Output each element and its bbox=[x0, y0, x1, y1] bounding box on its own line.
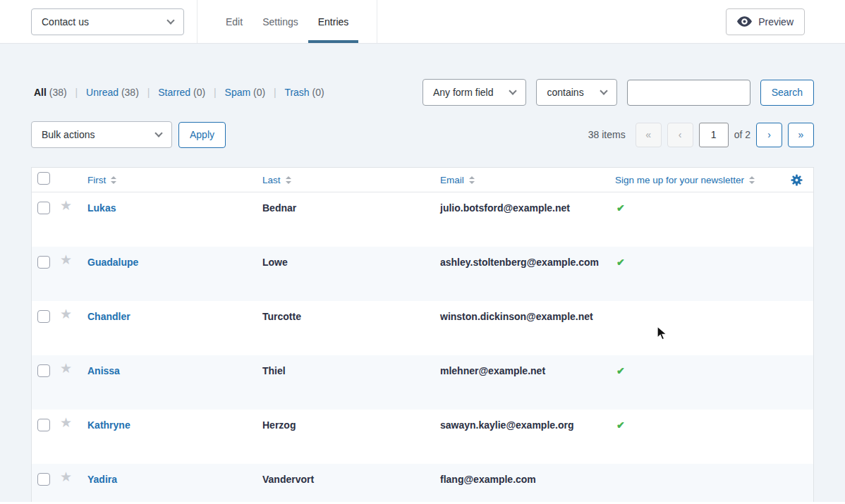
row-checkbox[interactable] bbox=[37, 202, 50, 214]
prev-page-button[interactable]: ‹ bbox=[667, 123, 693, 147]
entry-email: ashley.stoltenberg@example.com bbox=[440, 247, 615, 268]
select-all-checkbox[interactable] bbox=[37, 172, 50, 185]
filter-spam[interactable]: Spam bbox=[225, 87, 251, 98]
current-page-input[interactable] bbox=[699, 123, 729, 147]
filter-unread-count: (38) bbox=[121, 87, 139, 98]
sort-icon bbox=[111, 176, 116, 184]
star-icon[interactable]: ★ bbox=[60, 469, 72, 484]
tab-settings[interactable]: Settings bbox=[253, 0, 308, 43]
sort-icon bbox=[286, 176, 291, 184]
entry-last-name: Vandervort bbox=[262, 464, 440, 485]
entries-table: First Last Email Sign me up for your new… bbox=[31, 167, 814, 504]
filter-trash[interactable]: Trash bbox=[284, 87, 309, 98]
entry-last-name: Turcotte bbox=[262, 301, 440, 322]
newsletter-checkmark-icon: ✔ bbox=[615, 410, 779, 431]
total-pages-label: of 2 bbox=[734, 129, 750, 140]
entry-first-name-link[interactable]: Anissa bbox=[87, 365, 120, 376]
star-icon[interactable]: ★ bbox=[60, 307, 72, 321]
search-button[interactable]: Search bbox=[760, 80, 814, 106]
entry-first-name-link[interactable]: Kathryne bbox=[87, 419, 130, 431]
entry-email: winston.dickinson@example.net bbox=[440, 301, 615, 322]
entry-first-name-link[interactable]: Chandler bbox=[87, 311, 130, 322]
entry-last-name: Herzog bbox=[262, 410, 440, 431]
entry-email: flang@example.com bbox=[440, 464, 615, 485]
entry-email: mlehner@example.net bbox=[440, 355, 615, 376]
row-checkbox[interactable] bbox=[37, 310, 50, 323]
table-row: ★KathryneHerzogsawayn.kaylie@example.org… bbox=[32, 410, 813, 464]
apply-button[interactable]: Apply bbox=[178, 122, 226, 148]
search-operator-value: contains bbox=[547, 87, 583, 98]
column-label: Sign me up for your newsletter bbox=[615, 175, 744, 185]
entry-last-name: Lowe bbox=[262, 247, 440, 268]
newsletter-empty bbox=[615, 464, 779, 474]
chevron-down-icon bbox=[600, 87, 607, 94]
column-header-newsletter[interactable]: Sign me up for your newsletter bbox=[615, 175, 779, 185]
newsletter-checkmark-icon: ✔ bbox=[615, 355, 779, 376]
filter-separator: | bbox=[274, 87, 276, 98]
star-icon[interactable]: ★ bbox=[60, 198, 72, 213]
entry-first-name-link[interactable]: Yadira bbox=[87, 474, 117, 485]
entry-first-name-link[interactable]: Guadalupe bbox=[87, 257, 138, 268]
filter-all-count: (38) bbox=[49, 87, 67, 98]
preview-button[interactable]: Preview bbox=[726, 8, 805, 35]
row-checkbox[interactable] bbox=[37, 473, 50, 486]
chevron-down-icon bbox=[166, 16, 174, 24]
last-page-button[interactable]: » bbox=[788, 123, 814, 147]
search-operator-dropdown[interactable]: contains bbox=[536, 79, 616, 106]
column-header-last[interactable]: Last bbox=[262, 175, 440, 185]
column-label: Last bbox=[262, 175, 281, 185]
status-filters: All (38) | Unread (38) | Starred (0) | S… bbox=[31, 87, 324, 98]
entry-first-name-link[interactable]: Lukas bbox=[87, 202, 116, 214]
preview-label: Preview bbox=[758, 16, 794, 27]
filter-all[interactable]: All bbox=[34, 87, 47, 98]
next-page-button[interactable]: › bbox=[756, 123, 782, 147]
search-input[interactable] bbox=[627, 80, 750, 106]
search-field-dropdown[interactable]: Any form field bbox=[422, 79, 527, 106]
entry-email: sawayn.kaylie@example.org bbox=[440, 410, 615, 431]
bulk-actions-dropdown[interactable]: Bulk actions bbox=[31, 121, 172, 148]
bulk-actions-group: Bulk actions Apply bbox=[31, 121, 226, 148]
filter-starred[interactable]: Starred bbox=[158, 87, 190, 98]
column-header-first[interactable]: First bbox=[87, 175, 262, 185]
star-icon[interactable]: ★ bbox=[60, 415, 72, 430]
newsletter-checkmark-icon: ✔ bbox=[615, 247, 779, 268]
star-icon[interactable]: ★ bbox=[60, 361, 72, 376]
row-checkbox[interactable] bbox=[37, 364, 50, 377]
bulk-actions-value: Bulk actions bbox=[42, 129, 95, 140]
filter-unread[interactable]: Unread bbox=[86, 87, 118, 98]
tab-edit[interactable]: Edit bbox=[216, 0, 253, 43]
first-page-button[interactable]: « bbox=[636, 123, 662, 147]
entry-last-name: Thiel bbox=[262, 355, 440, 376]
filter-separator: | bbox=[147, 87, 150, 98]
top-bar: Contact us Edit Settings Entries Preview bbox=[0, 0, 845, 44]
filter-spam-count: (0) bbox=[253, 87, 265, 98]
chevron-down-icon bbox=[509, 87, 517, 94]
eye-icon bbox=[737, 16, 752, 27]
table-row: ★LukasBednarjulio.botsford@example.net✔ bbox=[32, 192, 813, 247]
form-selector-value: Contact us bbox=[42, 16, 89, 27]
pagination: 38 items « ‹ of 2 › » bbox=[588, 123, 814, 147]
filter-trash-count: (0) bbox=[312, 87, 324, 98]
filter-separator: | bbox=[214, 87, 217, 98]
tab-entries[interactable]: Entries bbox=[308, 0, 359, 43]
row-checkbox[interactable] bbox=[37, 256, 50, 269]
filter-starred-count: (0) bbox=[193, 87, 205, 98]
newsletter-empty bbox=[615, 301, 779, 311]
entry-last-name: Bednar bbox=[262, 192, 440, 214]
table-body: ★LukasBednarjulio.botsford@example.net✔★… bbox=[32, 192, 813, 504]
star-icon[interactable]: ★ bbox=[60, 252, 72, 267]
form-tabs: Edit Settings Entries bbox=[197, 0, 377, 43]
entry-email: julio.botsford@example.net bbox=[440, 192, 615, 214]
table-row: ★YadiraVandervortflang@example.com bbox=[32, 464, 813, 504]
chevron-down-icon bbox=[154, 129, 162, 137]
column-header-email[interactable]: Email bbox=[440, 175, 615, 185]
table-header: First Last Email Sign me up for your new… bbox=[32, 168, 813, 192]
table-row: ★GuadalupeLoweashley.stoltenberg@example… bbox=[32, 247, 813, 301]
gear-icon bbox=[791, 174, 803, 186]
sort-icon bbox=[469, 176, 475, 184]
row-checkbox[interactable] bbox=[37, 419, 50, 431]
items-count: 38 items bbox=[588, 129, 626, 140]
column-settings-button[interactable] bbox=[779, 174, 813, 186]
form-selector-dropdown[interactable]: Contact us bbox=[31, 8, 184, 35]
newsletter-checkmark-icon: ✔ bbox=[615, 192, 779, 214]
